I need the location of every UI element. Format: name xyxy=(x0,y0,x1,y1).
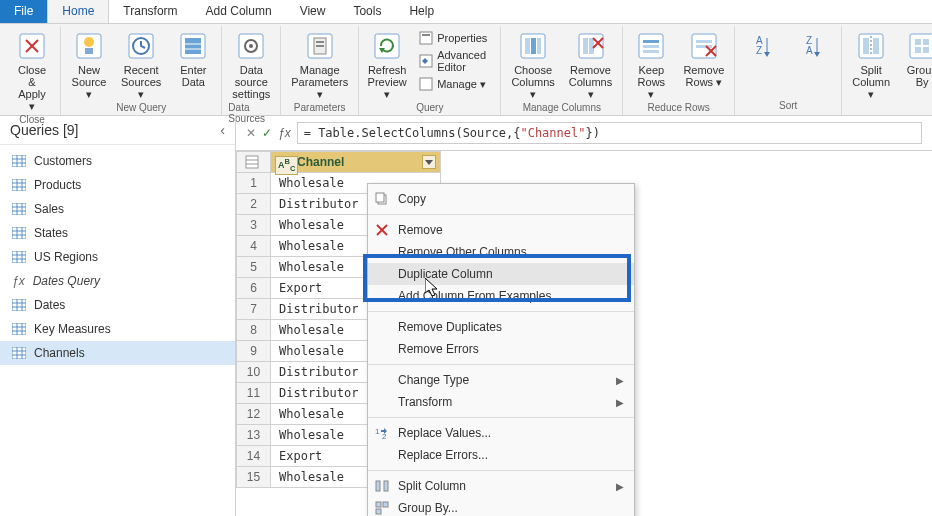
ribbon-stack-item[interactable]: Advanced Editor xyxy=(415,48,494,74)
context-menu-item[interactable]: Copy xyxy=(368,188,634,210)
context-menu-item[interactable]: 12Replace Values... xyxy=(368,422,634,444)
context-menu-item[interactable]: Remove Errors xyxy=(368,338,634,360)
group-by-icon xyxy=(908,30,932,62)
ribbon-btn-label: Remove Columns ▾ xyxy=(569,64,612,100)
svg-rect-52 xyxy=(863,38,869,54)
svg-text:A: A xyxy=(806,45,813,56)
svg-marker-103 xyxy=(425,160,433,165)
context-menu-label: Replace Errors... xyxy=(398,448,488,462)
query-name: Dates xyxy=(34,298,65,312)
row-number[interactable]: 15 xyxy=(237,467,271,488)
keep-rows-button[interactable]: Keep Rows ▾ xyxy=(629,28,673,102)
row-number[interactable]: 4 xyxy=(237,236,271,257)
svg-rect-5 xyxy=(85,48,93,54)
split-column-icon xyxy=(857,30,885,62)
context-menu-label: Group By... xyxy=(398,501,458,515)
query-item[interactable]: Channels xyxy=(0,341,235,365)
query-item[interactable]: ƒxDates Query xyxy=(0,269,235,293)
context-menu-item[interactable]: Change Type▶ xyxy=(368,369,634,391)
enter-data-button[interactable]: Enter Data xyxy=(171,28,215,90)
submenu-arrow-icon: ▶ xyxy=(616,481,624,492)
query-item[interactable]: Dates xyxy=(0,293,235,317)
query-item[interactable]: Products xyxy=(0,173,235,197)
formula-cancel-icon[interactable]: ✕ xyxy=(246,126,256,140)
menu-tab-help[interactable]: Help xyxy=(395,0,448,23)
row-number[interactable]: 13 xyxy=(237,425,271,446)
recent-sources-button[interactable]: Recent Sources ▾ xyxy=(117,28,165,102)
collapse-icon[interactable]: ‹ xyxy=(220,122,225,138)
query-item[interactable]: States xyxy=(0,221,235,245)
manage-parameters-button[interactable]: Manage Parameters ▾ xyxy=(287,28,352,102)
svg-rect-55 xyxy=(910,34,932,58)
query-item[interactable]: Key Measures xyxy=(0,317,235,341)
row-number[interactable]: 9 xyxy=(237,341,271,362)
context-menu-item[interactable]: Remove Duplicates xyxy=(368,316,634,338)
new-source-button[interactable]: New Source ▾ xyxy=(67,28,111,102)
ribbon-stack-item[interactable]: Manage ▾ xyxy=(415,76,494,92)
row-number[interactable]: 11 xyxy=(237,383,271,404)
remove-rows-button[interactable]: Remove Rows ▾ xyxy=(680,28,729,90)
context-menu-item[interactable]: Add Column From Examples... xyxy=(368,285,634,307)
group-by-button[interactable]: Group By xyxy=(900,28,932,90)
svg-text:1: 1 xyxy=(375,427,380,436)
svg-rect-35 xyxy=(643,40,659,43)
svg-rect-19 xyxy=(375,34,399,58)
row-number[interactable]: 7 xyxy=(237,299,271,320)
menu-file[interactable]: File xyxy=(0,0,47,23)
table-icon xyxy=(12,155,26,167)
split-column-button[interactable]: Split Column ▾ xyxy=(848,28,894,102)
row-number[interactable]: 14 xyxy=(237,446,271,467)
close-apply-button[interactable]: Close & Apply ▾ xyxy=(10,28,54,114)
column-filter-dropdown[interactable] xyxy=(422,155,436,169)
row-number[interactable]: 12 xyxy=(237,404,271,425)
table-corner[interactable] xyxy=(237,152,271,173)
column-header-channel[interactable]: ABC Channel xyxy=(271,152,441,173)
ribbon-group: Refresh Preview ▾PropertiesAdvanced Edit… xyxy=(359,26,501,115)
row-number[interactable]: 6 xyxy=(237,278,271,299)
svg-rect-58 xyxy=(915,47,921,53)
abc-type-icon[interactable]: ABC xyxy=(275,156,298,175)
menu-tab-transform[interactable]: Transform xyxy=(109,0,191,23)
row-number[interactable]: 2 xyxy=(237,194,271,215)
row-number[interactable]: 5 xyxy=(237,257,271,278)
context-menu-item[interactable]: Transform▶ xyxy=(368,391,634,413)
menu-tab-view[interactable]: View xyxy=(286,0,340,23)
context-menu-item[interactable]: Duplicate Column xyxy=(368,263,634,285)
menu-tab-tools[interactable]: Tools xyxy=(339,0,395,23)
menu-tab-home[interactable]: Home xyxy=(47,0,109,23)
context-menu-item[interactable]: Remove xyxy=(368,219,634,241)
query-item[interactable]: US Regions xyxy=(0,245,235,269)
data-source-settings-button[interactable]: Data source settings xyxy=(228,28,274,102)
ribbon: Close & Apply ▾CloseNew Source ▾Recent S… xyxy=(0,24,932,116)
svg-rect-90 xyxy=(12,323,26,335)
svg-rect-112 xyxy=(376,502,381,507)
row-number[interactable]: 3 xyxy=(237,215,271,236)
ribbon-stack-item[interactable]: Properties xyxy=(415,30,494,46)
formula-input[interactable]: = Table.SelectColumns(Source,{"Channel"}… xyxy=(297,122,922,144)
svg-rect-39 xyxy=(696,40,712,43)
context-menu-item[interactable]: Replace Errors... xyxy=(368,444,634,466)
remove-columns-button[interactable]: Remove Columns ▾ xyxy=(565,28,616,102)
stack-label: Advanced Editor xyxy=(437,49,490,73)
svg-rect-40 xyxy=(696,45,712,48)
context-menu-item[interactable]: Split Column▶ xyxy=(368,475,634,497)
query-item[interactable]: Sales xyxy=(0,197,235,221)
ribbon-group: Choose Columns ▾Remove Columns ▾Manage C… xyxy=(501,26,623,115)
ribbon-group: Manage Parameters ▾Parameters xyxy=(281,26,359,115)
ribbon-group: Keep Rows ▾Remove Rows ▾Reduce Rows xyxy=(623,26,735,115)
context-menu-item[interactable]: Group By... xyxy=(368,497,634,516)
svg-text:Z: Z xyxy=(756,45,762,56)
context-menu-item[interactable]: Remove Other Columns xyxy=(368,241,634,263)
row-number[interactable]: 10 xyxy=(237,362,271,383)
sort-desc-button[interactable]: ZA xyxy=(791,28,835,66)
column-name: Channel xyxy=(297,155,344,169)
formula-commit-icon[interactable]: ✓ xyxy=(262,126,272,140)
choose-columns-button[interactable]: Choose Columns ▾ xyxy=(507,28,558,102)
refresh-preview-button[interactable]: Refresh Preview ▾ xyxy=(365,28,409,102)
row-number[interactable]: 1 xyxy=(237,173,271,194)
menu-tab-add-column[interactable]: Add Column xyxy=(192,0,286,23)
row-number[interactable]: 8 xyxy=(237,320,271,341)
query-item[interactable]: Customers xyxy=(0,149,235,173)
sort-asc-button[interactable]: AZ xyxy=(741,28,785,66)
svg-rect-70 xyxy=(12,203,26,215)
